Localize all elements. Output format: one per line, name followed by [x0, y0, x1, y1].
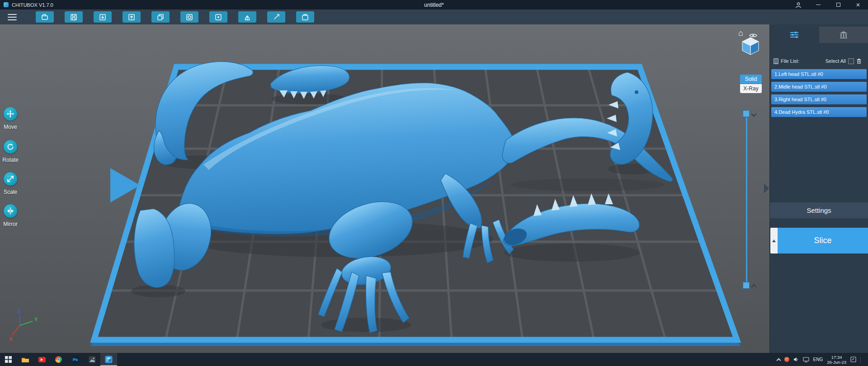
right-panel: File List: Select All 1.Left head STL.st…: [769, 24, 868, 353]
open-file-button[interactable]: [36, 11, 54, 23]
tray-divider: [860, 356, 861, 364]
tool-mirror[interactable]: Mirror: [0, 204, 21, 227]
layer-slider-handle-top[interactable]: [743, 110, 750, 117]
close-icon: ✕: [856, 2, 860, 8]
repair-button[interactable]: [267, 11, 285, 23]
scale-icon: [4, 172, 17, 186]
mirror-icon: [4, 204, 17, 218]
axis-gizmo: Z Y X: [5, 307, 43, 343]
app-logo-icon: [4, 2, 9, 7]
maximize-button[interactable]: [828, 0, 848, 9]
axis-x-label: X: [9, 336, 13, 342]
file-item-4[interactable]: 4.Dead Hydra STL.stl #0: [771, 107, 867, 117]
file-list: 1.Left head STL.stl #0 2.Midle head STL.…: [770, 69, 868, 117]
slice-area: Slice: [770, 228, 868, 253]
hollow-icon: [185, 13, 193, 21]
repair-icon: [272, 13, 280, 21]
delete-files-icon[interactable]: [856, 58, 862, 64]
layer-slider-track[interactable]: [746, 117, 747, 286]
file-item-1[interactable]: 1.Left head STL.stl #0: [771, 69, 867, 79]
touch-keyboard-icon[interactable]: [803, 357, 809, 362]
tool-scale[interactable]: Scale: [0, 172, 21, 195]
tab-print-settings[interactable]: [770, 27, 819, 43]
maximize-icon: [836, 3, 840, 7]
menu-button[interactable]: [8, 14, 17, 20]
file-item-2[interactable]: 2.Midle head STL.stl #0: [771, 82, 867, 92]
taskbar-photoshop[interactable]: Ps: [67, 353, 84, 366]
volume-icon[interactable]: [793, 357, 799, 362]
taskbar-photos[interactable]: [84, 353, 100, 366]
hollow-button[interactable]: [180, 11, 198, 23]
photos-icon: [89, 356, 96, 363]
support-button[interactable]: [238, 11, 256, 23]
rotate-icon: [4, 140, 17, 154]
taskbar-chitubox[interactable]: [100, 353, 117, 366]
taskbar-chrome[interactable]: [50, 353, 67, 366]
start-button[interactable]: [0, 353, 17, 366]
clone-icon: [156, 13, 165, 21]
file-list-label: File List:: [781, 58, 799, 64]
clock-date: 26-Jun-23: [827, 360, 846, 365]
export-icon: [127, 13, 136, 21]
sliders-gear-icon: [789, 31, 799, 39]
open-file-icon: [41, 13, 49, 21]
export-button[interactable]: [123, 11, 141, 23]
tray-expand-icon[interactable]: [776, 358, 781, 363]
save-button[interactable]: [65, 11, 83, 23]
render-mode-solid-button[interactable]: Solid: [740, 75, 762, 84]
tool-rotate[interactable]: Rotate: [0, 140, 21, 163]
panel-tabs: [770, 27, 868, 43]
photoshop-icon: Ps: [72, 356, 79, 363]
minimize-button[interactable]: [808, 0, 828, 9]
title-bar: CHITUBOX V1.7.0 untitled* ✕: [0, 0, 868, 9]
file-item-3[interactable]: 3.Right head STL.stl #0: [771, 94, 867, 104]
main-toolbar: [0, 9, 868, 24]
file-list-icon: [774, 58, 778, 64]
axis-y-label: Y: [34, 317, 38, 322]
viewport-3d[interactable]: Move Rotate Scale Mirror ⌂ Solid X-Ray: [0, 24, 769, 353]
document-title: untitled*: [0, 2, 868, 8]
pillar-icon: [839, 31, 848, 39]
axis-z-label: Z: [18, 309, 21, 314]
calibrate-icon: [301, 13, 309, 21]
calibrate-button[interactable]: [296, 11, 314, 23]
tool-label-rotate: Rotate: [2, 157, 18, 163]
chitubox-window: CHITUBOX V1.7.0 untitled* ✕: [0, 0, 868, 366]
view-cube[interactable]: [741, 37, 760, 58]
model-right-head-eye: [635, 90, 638, 94]
render-mode-xray-button[interactable]: X-Ray: [740, 84, 762, 93]
action-center-icon[interactable]: [850, 357, 856, 362]
windows-logo-icon: [5, 356, 12, 363]
layer-slider-handle-bottom[interactable]: [743, 282, 750, 289]
clock-time: 17:34: [827, 355, 846, 360]
scene-canvas: [0, 24, 769, 353]
slice-expand-handle[interactable]: [770, 228, 778, 253]
file-list-header: File List: Select All: [774, 57, 862, 65]
panel-collapse-arrow[interactable]: [764, 183, 769, 193]
move-icon: [4, 107, 17, 121]
close-button[interactable]: ✕: [848, 0, 868, 9]
antivirus-tray-icon[interactable]: [784, 357, 789, 362]
clock[interactable]: 17:34 26-Jun-23: [827, 355, 846, 365]
taskbar-file-explorer[interactable]: [17, 353, 33, 366]
select-all-checkbox[interactable]: [848, 58, 854, 64]
dig-hole-button[interactable]: [209, 11, 227, 23]
select-all-label: Select All: [826, 58, 846, 64]
user-account-button[interactable]: [788, 0, 808, 9]
settings-button[interactable]: Settings: [770, 202, 868, 218]
language-indicator[interactable]: ENG: [813, 357, 823, 362]
tool-label-mirror: Mirror: [3, 221, 17, 227]
clone-button[interactable]: [151, 11, 170, 23]
home-view-button[interactable]: ⌂: [738, 29, 743, 37]
tab-machine-library[interactable]: [819, 27, 868, 43]
import-button[interactable]: [94, 11, 112, 23]
system-tray: ENG 17:34 26-Jun-23: [777, 353, 868, 366]
youtube-icon: [38, 357, 46, 362]
slice-button[interactable]: Slice: [778, 228, 868, 253]
tool-label-move: Move: [4, 124, 17, 130]
show-desktop-button[interactable]: [865, 353, 867, 366]
app-title: CHITUBOX V1.7.0: [12, 2, 53, 8]
tool-move[interactable]: Move: [0, 107, 21, 130]
taskbar-youtube[interactable]: [33, 353, 50, 366]
chitubox-icon: [105, 356, 113, 363]
